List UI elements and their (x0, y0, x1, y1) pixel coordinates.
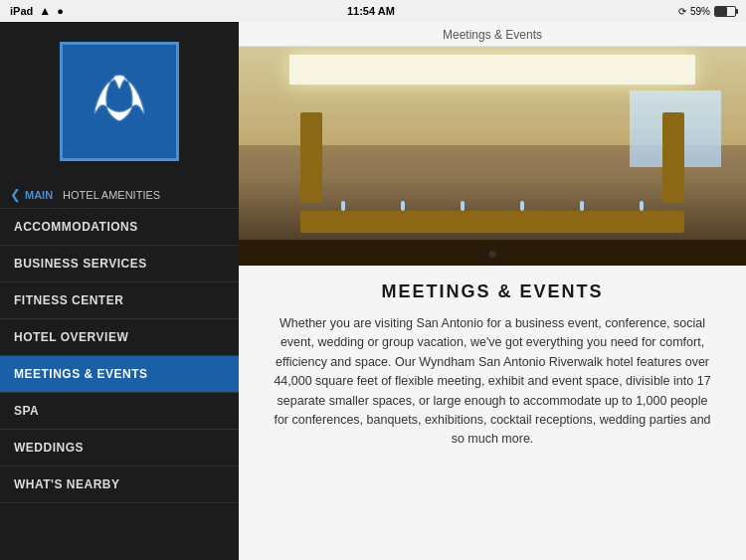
sidebar-link-accommodations[interactable]: ACCOMMODATIONS (0, 209, 239, 245)
sidebar-link-business-services[interactable]: BUSINESS SERVICES (0, 246, 239, 281)
breadcrumb-main[interactable]: MAIN (25, 189, 53, 201)
carrier-label: iPad (10, 5, 33, 17)
table-left (300, 112, 322, 203)
sidebar-item-weddings[interactable]: WEDDINGS (0, 430, 239, 467)
sidebar-item-accommodations[interactable]: ACCOMMODATIONS (0, 209, 239, 246)
dot-1[interactable] (489, 251, 496, 258)
section-body: Whether you are visiting San Antonio for… (269, 314, 716, 450)
breadcrumb[interactable]: ❮ MAIN HOTEL AMENITIES (0, 181, 239, 209)
logo-area (0, 22, 239, 181)
sidebar-item-business-services[interactable]: BUSINESS SERVICES (0, 246, 239, 282)
logo-w-icon (85, 67, 154, 136)
nav-list: ACCOMMODATIONSBUSINESS SERVICESFITNESS C… (0, 209, 239, 560)
sidebar-item-meetings-events[interactable]: MEETINGS & EVENTS (0, 356, 239, 393)
conference-room-image (239, 47, 746, 266)
status-right: ⟳ 59% (678, 6, 736, 17)
sidebar-link-weddings[interactable]: WEDDINGS (0, 430, 239, 466)
breadcrumb-current: HOTEL AMENITIES (63, 189, 160, 201)
battery-icon (714, 6, 736, 17)
hotel-logo (60, 42, 179, 161)
rotation-icon: ⟳ (678, 6, 686, 17)
image-dots (489, 251, 496, 258)
sidebar-link-hotel-overview[interactable]: HOTEL OVERVIEW (0, 319, 239, 355)
status-bar: iPad ▲ ● 11:54 AM ⟳ 59% (0, 0, 746, 22)
text-section: MEETINGS & EVENTS Whether you are visiti… (239, 266, 746, 560)
sidebar: ❮ MAIN HOTEL AMENITIES ACCOMMODATIONSBUS… (0, 22, 239, 560)
sidebar-item-hotel-overview[interactable]: HOTEL OVERVIEW (0, 319, 239, 356)
panel-title: Meetings & Events (443, 28, 542, 42)
sidebar-item-fitness-center[interactable]: FITNESS CENTER (0, 282, 239, 319)
wifi-icon: ▲ (39, 4, 51, 18)
panel-header: Meetings & Events (239, 22, 746, 47)
sidebar-item-spa[interactable]: SPA (0, 393, 239, 430)
signal-icon: ● (57, 5, 64, 17)
battery-percent: 59% (690, 6, 710, 17)
sidebar-link-whats-nearby[interactable]: WHAT'S NEARBY (0, 467, 239, 502)
hero-image (239, 47, 746, 266)
status-left: iPad ▲ ● (10, 4, 64, 18)
section-title: MEETINGS & EVENTS (269, 281, 716, 302)
light-bar (289, 55, 695, 85)
back-icon: ❮ (10, 187, 21, 202)
main-content: ❮ MAIN HOTEL AMENITIES ACCOMMODATIONSBUS… (0, 22, 746, 560)
sidebar-link-spa[interactable]: SPA (0, 393, 239, 429)
status-time: 11:54 AM (347, 5, 395, 17)
sidebar-item-whats-nearby[interactable]: WHAT'S NEARBY (0, 467, 239, 503)
right-panel: Meetings & Events (239, 22, 746, 560)
sidebar-link-fitness-center[interactable]: FITNESS CENTER (0, 282, 239, 318)
sidebar-link-meetings-events[interactable]: MEETINGS & EVENTS (0, 356, 239, 392)
table-bottom (300, 211, 684, 233)
table-right (662, 112, 684, 203)
